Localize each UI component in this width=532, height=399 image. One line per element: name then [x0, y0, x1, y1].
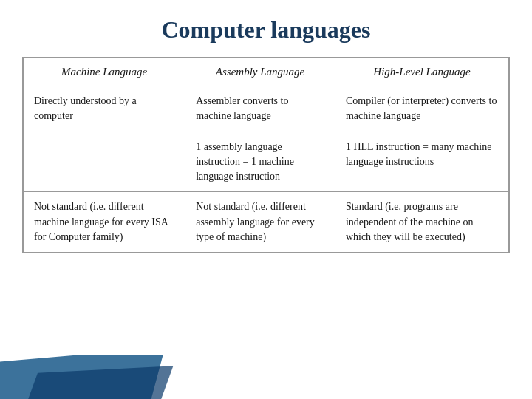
- cell-row1-col1: Directly understood by a computer: [24, 86, 185, 132]
- cell-row2-col2: 1 assembly language instruction = 1 mach…: [185, 132, 335, 192]
- table-container: Machine Language Assembly Language High-…: [22, 57, 510, 253]
- header-machine-language: Machine Language: [24, 58, 185, 86]
- cell-row1-col3: Compiler (or interpreter) converts to ma…: [335, 86, 508, 132]
- cell-row1-col2: Assembler converts to machine language: [185, 86, 335, 132]
- header-high-level-language: High-Level Language: [335, 58, 508, 86]
- cell-row3-col1: Not standard (i.e. different machine lan…: [24, 192, 185, 253]
- table-row: Directly understood by a computer Assemb…: [24, 86, 509, 132]
- page-wrapper: Computer languages Machine Language Asse…: [0, 0, 532, 399]
- table-row: Not standard (i.e. different machine lan…: [24, 192, 509, 253]
- page-title: Computer languages: [0, 0, 532, 57]
- table-header-row: Machine Language Assembly Language High-…: [24, 58, 509, 86]
- bottom-decoration: [0, 355, 532, 399]
- table-row: 1 assembly language instruction = 1 mach…: [24, 132, 509, 192]
- header-assembly-language: Assembly Language: [185, 58, 335, 86]
- cell-row3-col2: Not standard (i.e. different assembly la…: [185, 192, 335, 253]
- cell-row3-col3: Standard (i.e. programs are independent …: [335, 192, 508, 253]
- cell-row2-col3: 1 HLL instruction = many machine languag…: [335, 132, 508, 192]
- cell-row2-col1: [24, 132, 185, 192]
- comparison-table: Machine Language Assembly Language High-…: [23, 58, 509, 253]
